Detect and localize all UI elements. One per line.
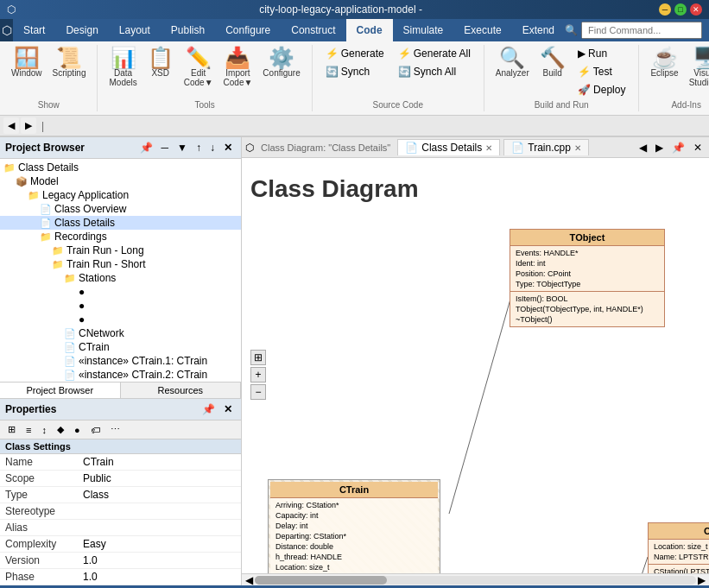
props-more-btn[interactable]: ⋯ bbox=[106, 422, 124, 437]
tree-item-3[interactable]: 📄 Class Overview bbox=[0, 202, 241, 216]
props-key-4: Alias bbox=[0, 520, 78, 535]
tree-item-0[interactable]: 📁 Class Details bbox=[0, 161, 241, 174]
tree-item-14[interactable]: 📄 «instance» CTrain.1: CTrain bbox=[0, 354, 241, 368]
content-close-button[interactable]: ✕ bbox=[690, 140, 706, 155]
tree-item-2[interactable]: 📁 Legacy Application bbox=[0, 188, 241, 202]
eclipse-button[interactable]: ☕ Eclipse bbox=[646, 45, 682, 80]
class-details-tab-close[interactable]: ✕ bbox=[485, 143, 492, 153]
sidebar-tab-project-browser[interactable]: Project Browser bbox=[0, 383, 121, 398]
edit-code-button[interactable]: ✏️ EditCode▼ bbox=[180, 45, 218, 90]
run-button[interactable]: ▶ Run bbox=[572, 45, 632, 62]
zoom-out-button[interactable]: − bbox=[250, 384, 266, 400]
props-tag-btn[interactable]: 🏷 bbox=[86, 423, 104, 437]
minimize-button[interactable]: ─ bbox=[659, 3, 671, 16]
sidebar-up-button[interactable]: ↑ bbox=[193, 140, 205, 155]
sidebar-tab-resources[interactable]: Resources bbox=[121, 383, 242, 398]
tree-item-1[interactable]: 📦 Model bbox=[0, 174, 241, 188]
tree-item-10[interactable]: ● bbox=[0, 299, 241, 313]
synch-icon: 🔄 bbox=[326, 66, 339, 78]
props-sort-btn[interactable]: ↕ bbox=[37, 423, 51, 437]
zoom-in-button[interactable]: + bbox=[250, 367, 266, 383]
forward-button[interactable]: ▶ bbox=[21, 117, 36, 134]
props-pin-button[interactable]: 📌 bbox=[199, 401, 218, 417]
tab-simulate[interactable]: Simulate bbox=[393, 19, 454, 41]
synch-all-button[interactable]: 🔄 Synch All bbox=[392, 63, 477, 80]
tab-extend[interactable]: Extend bbox=[512, 19, 565, 41]
tab-publish[interactable]: Publish bbox=[161, 19, 215, 41]
app-menu-button[interactable]: ⬡ bbox=[0, 19, 13, 41]
sidebar-settings-button[interactable]: ▼ bbox=[174, 140, 191, 155]
scroll-left-button[interactable]: ◀ bbox=[244, 574, 255, 586]
props-list-btn[interactable]: ≡ bbox=[22, 423, 35, 437]
tree-item-5[interactable]: 📁 Recordings bbox=[0, 230, 241, 243]
sidebar-pin-button[interactable]: 📌 bbox=[136, 140, 156, 155]
content-nav-next[interactable]: ▶ bbox=[652, 140, 667, 155]
tab-design[interactable]: Design bbox=[55, 19, 108, 41]
generate-all-icon: ⚡ bbox=[398, 47, 411, 60]
visual-studio-button[interactable]: 🖥️ VisualStudio▼ bbox=[685, 45, 709, 90]
maximize-button[interactable]: □ bbox=[674, 3, 687, 16]
props-filter-btn[interactable]: ◆ bbox=[53, 422, 68, 437]
uml-class-ctrain: CTrain Arriving: CStation* Capacity: int… bbox=[268, 479, 440, 573]
train-cpp-tab-close[interactable]: ✕ bbox=[574, 143, 581, 153]
cstation-attr-location: Location: size_t bbox=[652, 541, 709, 552]
sidebar-close-button[interactable]: ✕ bbox=[220, 140, 236, 155]
configure-label: Configure bbox=[263, 68, 300, 78]
tree-item-15[interactable]: 📄 «instance» CTrain.2: CTrain bbox=[0, 368, 241, 382]
tab-layout[interactable]: Layout bbox=[109, 19, 161, 41]
scroll-right-button[interactable]: ▶ bbox=[696, 574, 707, 586]
deploy-button[interactable]: 🚀 Deploy bbox=[572, 81, 632, 98]
tree-item-7[interactable]: 📁 Train Run - Short bbox=[0, 257, 241, 271]
props-close-button[interactable]: ✕ bbox=[220, 401, 236, 417]
configure-button[interactable]: ⚙️ Configure bbox=[258, 45, 304, 80]
tree-label-4: Class Details bbox=[54, 217, 115, 229]
synch-button[interactable]: 🔄 Synch bbox=[320, 63, 390, 80]
horizontal-scrollbar[interactable]: ◀ ▶ bbox=[242, 573, 709, 585]
content-tab-class-details[interactable]: 📄 Class Details ✕ bbox=[397, 139, 500, 155]
sidebar: Project Browser 📌 ─ ▼ ↑ ↓ ✕ 📁 Class Deta… bbox=[0, 137, 242, 585]
build-button[interactable]: 🔨 Build bbox=[535, 45, 570, 80]
content-tab-train-cpp[interactable]: 📄 Train.cpp ✕ bbox=[503, 139, 589, 155]
props-circle-btn[interactable]: ● bbox=[70, 423, 85, 437]
tree-item-12[interactable]: 📄 CNetwork bbox=[0, 326, 241, 340]
import-code-button[interactable]: 📥 ImportCode▼ bbox=[219, 45, 257, 90]
find-command-input[interactable] bbox=[581, 22, 702, 39]
scrollbar-track[interactable] bbox=[255, 576, 696, 585]
window-button[interactable]: 🪟 Window bbox=[7, 45, 47, 80]
content-pin-button[interactable]: 📌 bbox=[668, 140, 688, 155]
edit-code-icon: ✏️ bbox=[186, 47, 212, 68]
data-models-button[interactable]: 📊 DataModels bbox=[104, 45, 141, 90]
tree-item-6[interactable]: 📁 Train Run - Long bbox=[0, 243, 241, 257]
tab-configure[interactable]: Configure bbox=[215, 19, 281, 41]
sidebar-down-button[interactable]: ↓ bbox=[206, 140, 218, 155]
visual-studio-icon: 🖥️ bbox=[693, 47, 709, 68]
analyzer-button[interactable]: 🔍 Analyzer bbox=[491, 45, 534, 80]
tree-item-13[interactable]: 📄 CTrain bbox=[0, 340, 241, 354]
generate-all-button[interactable]: ⚡ Generate All bbox=[392, 45, 477, 62]
tobject-method-ctor: TObject(TObjectType, int, HANDLE*) bbox=[514, 304, 661, 314]
scripting-button[interactable]: 📜 Scripting bbox=[48, 45, 91, 80]
props-grid-btn[interactable]: ⊞ bbox=[3, 422, 20, 437]
tab-start[interactable]: Start bbox=[13, 19, 55, 41]
tab-construct[interactable]: Construct bbox=[281, 19, 345, 41]
titlebar: ⬡ city-loop-legacy-application-model - ─… bbox=[0, 0, 709, 19]
tree-item-11[interactable]: ● bbox=[0, 313, 241, 326]
tobject-methods: IsItem(): BOOL TObject(TObjectType, int,… bbox=[510, 292, 664, 326]
test-button[interactable]: ⚡ Test bbox=[572, 63, 632, 80]
close-button[interactable]: ✕ bbox=[690, 3, 702, 16]
tab-execute[interactable]: Execute bbox=[453, 19, 511, 41]
generate-button[interactable]: ⚡ Generate bbox=[320, 45, 390, 62]
xsd-button[interactable]: 📋 XSD bbox=[143, 45, 178, 80]
sidebar-collapse-button[interactable]: ─ bbox=[158, 140, 173, 155]
titlebar-controls[interactable]: ─ □ ✕ bbox=[659, 3, 702, 16]
back-button[interactable]: ◀ bbox=[3, 117, 19, 134]
tree-item-9[interactable]: ● bbox=[0, 285, 241, 299]
scrollbar-thumb[interactable] bbox=[255, 576, 387, 585]
tab-code[interactable]: Code bbox=[346, 19, 393, 41]
tree-label-1: Model bbox=[30, 175, 59, 187]
tree-item-8[interactable]: 📁 Stations bbox=[0, 271, 241, 285]
tree-item-4[interactable]: 📄 Class Details bbox=[0, 216, 241, 230]
ribbon: ⬡ Start Design Layout Publish Configure … bbox=[0, 19, 709, 137]
content-nav-prev[interactable]: ◀ bbox=[636, 140, 650, 155]
zoom-fit-button[interactable]: ⊞ bbox=[250, 350, 266, 365]
